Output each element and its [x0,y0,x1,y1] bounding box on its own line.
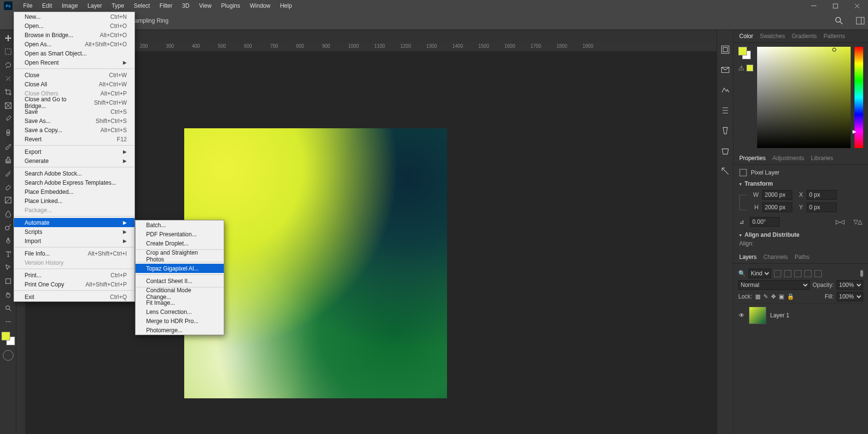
lock-paint-icon[interactable]: ✎ [763,293,768,300]
eyedropper-tool[interactable] [1,113,15,125]
menuitem-export[interactable]: Export▶ [14,147,135,156]
menuitem-close[interactable]: CloseCtrl+W [14,70,135,80]
menuitem-save[interactable]: SaveCtrl+S [14,107,135,116]
eraser-tool[interactable] [1,180,15,193]
menu-image[interactable]: Image [57,0,82,12]
lock-pixels-icon[interactable]: ▦ [755,293,760,300]
layer-filter-kind[interactable]: Kind [748,269,771,278]
menuitem-scripts[interactable]: Scripts▶ [14,227,135,236]
menuitem-merge-to-hdr-pro[interactable]: Merge to HDR Pro... [136,316,224,326]
menuitem-save-as[interactable]: Save As...Shift+Ctrl+S [14,116,135,125]
menuitem-print-one-copy[interactable]: Print One CopyAlt+Shift+Ctrl+P [14,280,135,289]
x-input[interactable] [807,190,837,200]
dock-icon-5[interactable] [720,125,731,136]
gradient-tool[interactable] [1,194,15,206]
menuitem-place-linked[interactable]: Place Linked... [14,196,135,205]
width-input[interactable] [762,190,792,200]
menuitem-create-droplet[interactable]: Create Droplet... [136,239,224,248]
layer-thumbnail[interactable] [749,307,766,324]
stamp-tool[interactable] [1,153,15,166]
menuitem-browse-in-bridge[interactable]: Browse in Bridge...Alt+Ctrl+O [14,30,135,40]
dodge-tool[interactable] [1,221,15,233]
filter-smart-icon[interactable] [814,270,822,277]
filter-adjust-icon[interactable] [784,270,791,277]
filter-pixel-icon[interactable] [774,270,781,277]
hue-slider[interactable]: ▶ [854,47,863,148]
filter-type-icon[interactable] [794,270,801,277]
menu-edit[interactable]: Edit [37,0,57,12]
marquee-tool[interactable] [1,45,15,58]
menuitem-revert[interactable]: RevertF12 [14,135,135,144]
menuitem-open-as[interactable]: Open As...Alt+Shift+Ctrl+O [14,40,135,49]
menuitem-new[interactable]: New...Ctrl+N [14,12,135,21]
menuitem-batch[interactable]: Batch... [136,220,224,230]
zoom-tool[interactable] [1,302,15,314]
quick-mask[interactable] [3,350,14,361]
shape-tool[interactable] [1,275,15,287]
menu-select[interactable]: Select [129,0,154,12]
menuitem-generate[interactable]: Generate▶ [14,156,135,165]
menu-filter[interactable]: Filter [155,0,177,12]
tab-properties[interactable]: Properties [739,155,766,162]
color-picker[interactable] [757,47,851,148]
close-button[interactable] [846,0,868,12]
menuitem-print[interactable]: Print...Ctrl+P [14,271,135,280]
maximize-button[interactable] [825,0,846,12]
menuitem-save-a-copy[interactable]: Save a Copy...Alt+Ctrl+S [14,125,135,135]
pen-tool[interactable] [1,234,15,247]
dock-icon-3[interactable] [720,85,731,95]
tab-swatches[interactable]: Swatches [760,33,785,40]
lock-artboard-icon[interactable]: ▣ [779,293,784,300]
layer-row[interactable]: 👁 Layer 1 [738,303,863,327]
opacity-input[interactable]: 100% [837,280,863,290]
history-brush-tool[interactable] [1,167,15,179]
menu-plugins[interactable]: Plugins [217,0,245,12]
y-input[interactable] [807,203,837,212]
layer-name[interactable]: Layer 1 [770,312,789,319]
dock-icon-2[interactable] [720,65,731,75]
height-input[interactable] [762,203,792,212]
menu-window[interactable]: Window [245,0,275,12]
type-tool[interactable] [1,248,15,260]
menuitem-exit[interactable]: ExitCtrl+Q [14,292,135,301]
blur-tool[interactable] [1,207,15,220]
lasso-tool[interactable] [1,59,15,71]
menu-help[interactable]: Help [275,0,297,12]
workspace-icon[interactable] [855,16,865,26]
menuitem-close-all[interactable]: Close AllAlt+Ctrl+W [14,80,135,89]
color-swatches[interactable] [1,332,15,345]
menuitem-search-adobe-express-templates[interactable]: Search Adobe Express Templates... [14,178,135,187]
tab-gradients[interactable]: Gradients [792,33,817,40]
blend-mode[interactable]: Normal [738,280,810,290]
wand-tool[interactable] [1,72,15,85]
menuitem-close-and-go-to-bridge[interactable]: Close and Go to Bridge...Shift+Ctrl+W [14,98,135,107]
gamut-swatch[interactable] [746,65,753,71]
path-select-tool[interactable] [1,261,15,274]
lock-position-icon[interactable]: ✥ [771,293,776,300]
move-tool[interactable] [1,32,15,44]
search-icon[interactable] [834,16,844,26]
fg-bg-swatch[interactable] [738,47,751,59]
menuitem-automate[interactable]: Automate▶ [14,218,135,227]
lock-all-icon[interactable]: 🔒 [787,293,794,300]
frame-tool[interactable] [1,99,15,112]
minimize-button[interactable] [803,0,825,12]
hand-tool[interactable] [1,288,15,301]
menuitem-conditional-mode-change[interactable]: Conditional Mode Change... [136,289,224,298]
menu-layer[interactable]: Layer [82,0,107,12]
brush-tool[interactable] [1,140,15,152]
tab-channels[interactable]: Channels [763,254,788,260]
dock-icon-4[interactable] [720,105,731,116]
fill-input[interactable]: 100% [837,292,863,301]
menuitem-lens-correction[interactable]: Lens Correction... [136,307,224,316]
menuitem-file-info[interactable]: File Info...Alt+Shift+Ctrl+I [14,249,135,258]
menuitem-open-as-smart-object[interactable]: Open as Smart Object... [14,49,135,58]
rotation-input[interactable] [750,217,780,227]
filter-shape-icon[interactable] [804,270,812,277]
menuitem-search-adobe-stock[interactable]: Search Adobe Stock... [14,169,135,178]
filter-toggle[interactable] [860,270,863,277]
tab-libraries[interactable]: Libraries [811,155,833,162]
tab-color[interactable]: Color [739,33,753,40]
menuitem-photomerge[interactable]: Photomerge... [136,326,224,335]
crop-tool[interactable] [1,86,15,98]
